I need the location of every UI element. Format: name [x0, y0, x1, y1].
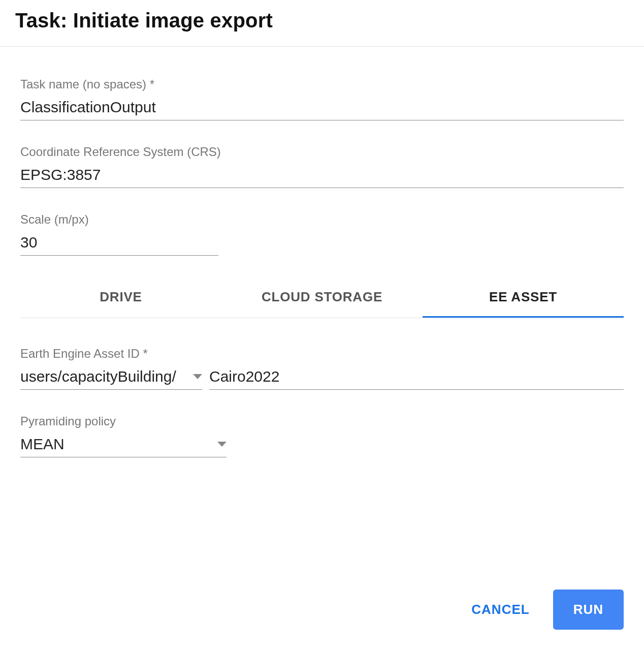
tab-drive[interactable]: DRIVE — [20, 280, 221, 318]
pyramid-value: MEAN — [20, 436, 213, 453]
chevron-down-icon — [217, 442, 227, 447]
tab-ee-asset[interactable]: EE ASSET — [423, 280, 624, 318]
dialog-actions: CANCEL RUN — [0, 590, 644, 650]
export-dialog: Task: Initiate image export Task name (n… — [0, 0, 644, 650]
run-button[interactable]: RUN — [553, 590, 624, 630]
destination-tabs: DRIVE CLOUD STORAGE EE ASSET — [20, 280, 624, 318]
pyramid-select[interactable]: MEAN — [20, 434, 227, 457]
crs-field: Coordinate Reference System (CRS) — [20, 145, 624, 188]
crs-input[interactable] — [20, 164, 624, 188]
chevron-down-icon — [193, 374, 202, 379]
asset-id-label: Earth Engine Asset ID * — [20, 347, 624, 361]
asset-path-value: users/capacityBuilding/ — [20, 368, 189, 385]
scale-input[interactable] — [20, 232, 218, 256]
asset-path-select[interactable]: users/capacityBuilding/ — [20, 366, 202, 390]
task-name-field: Task name (no spaces) * — [20, 77, 624, 120]
task-name-input[interactable] — [20, 97, 624, 120]
scale-label: Scale (m/px) — [20, 212, 624, 227]
pyramid-field: Pyramiding policy MEAN — [20, 414, 624, 457]
crs-label: Coordinate Reference System (CRS) — [20, 145, 624, 159]
task-name-label: Task name (no spaces) * — [20, 77, 624, 91]
cancel-button[interactable]: CANCEL — [463, 593, 537, 627]
asset-id-field: Earth Engine Asset ID * users/capacityBu… — [20, 347, 624, 390]
dialog-title: Task: Initiate image export — [15, 9, 629, 32]
tab-cloud-storage[interactable]: CLOUD STORAGE — [221, 280, 423, 318]
dialog-header: Task: Initiate image export — [0, 0, 644, 47]
dialog-content: Task name (no spaces) * Coordinate Refer… — [0, 47, 644, 590]
pyramid-label: Pyramiding policy — [20, 414, 624, 428]
scale-field: Scale (m/px) — [20, 212, 624, 256]
asset-name-input[interactable] — [209, 366, 624, 390]
